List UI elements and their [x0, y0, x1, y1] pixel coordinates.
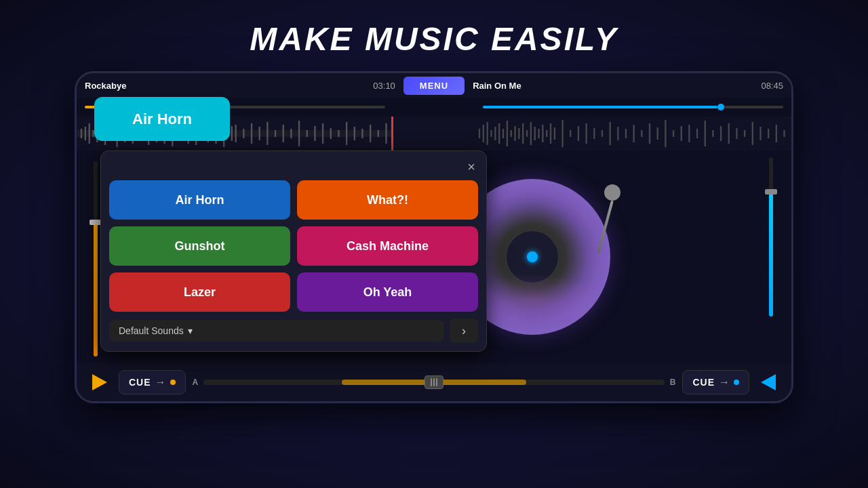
svg-rect-75 [542, 125, 543, 142]
cue-right-button[interactable]: CUE → [682, 370, 749, 394]
svg-rect-88 [633, 125, 635, 142]
tonearm [592, 184, 620, 255]
right-vol-handle[interactable] [765, 189, 777, 195]
svg-rect-38 [231, 126, 233, 141]
svg-rect-78 [554, 127, 555, 140]
sample-lazer-label: Lazer [184, 285, 216, 300]
sample-air-horn-label: Air Horn [176, 193, 224, 207]
svg-rect-97 [705, 121, 706, 146]
svg-rect-94 [681, 126, 682, 141]
svg-rect-95 [688, 125, 690, 142]
right-waveform [475, 117, 791, 150]
svg-rect-45 [283, 125, 284, 142]
cue-left-label: CUE [129, 377, 151, 388]
svg-rect-106 [776, 125, 777, 142]
sample-what-button[interactable]: What?! [297, 180, 478, 220]
svg-rect-105 [768, 129, 769, 138]
right-vol-track[interactable] [769, 157, 773, 317]
svg-rect-100 [728, 123, 730, 144]
right-progress-fill [483, 106, 717, 108]
right-progress[interactable] [475, 98, 791, 117]
cue-left-button[interactable]: CUE → [119, 370, 186, 394]
svg-rect-101 [736, 128, 737, 139]
next-page-button[interactable]: › [450, 319, 478, 343]
svg-rect-84 [601, 130, 603, 137]
svg-rect-72 [530, 122, 532, 145]
air-horn-badge: Air Horn [94, 97, 230, 141]
left-volume-slider[interactable] [93, 161, 98, 357]
device-frame: Rockabye 03:10 MENU Rain On Me 08:45 [75, 71, 793, 403]
svg-rect-91 [657, 127, 658, 140]
default-sounds-button[interactable]: Default Sounds ▾ [109, 320, 444, 342]
sample-gunshot-button[interactable]: Gunshot [109, 226, 290, 266]
sampler-grid: Air Horn What?! Gunshot Cash Machine Laz… [109, 180, 478, 312]
sample-cash-machine-button[interactable]: Cash Machine [297, 226, 478, 266]
svg-rect-90 [649, 123, 650, 144]
svg-rect-42 [259, 127, 260, 140]
right-track-info: Rain On Me 08:45 [465, 81, 791, 91]
svg-rect-52 [338, 130, 339, 137]
left-track-name: Rockabye [85, 81, 126, 91]
play-right-button[interactable] [756, 370, 781, 394]
svg-rect-1 [81, 129, 82, 138]
main-content: Air Horn × Air Horn What?! Gunshot C [77, 150, 791, 363]
crossfader-track[interactable] [203, 380, 665, 385]
sample-lazer-button[interactable]: Lazer [109, 272, 290, 312]
left-vol-fill [94, 220, 98, 357]
left-vol-track[interactable] [94, 161, 98, 357]
svg-rect-47 [298, 121, 300, 146]
svg-rect-87 [625, 129, 627, 138]
svg-rect-70 [522, 123, 524, 144]
svg-rect-103 [752, 122, 753, 145]
cue-right-label: CUE [692, 377, 715, 388]
left-panel: Air Horn × Air Horn What?! Gunshot C [77, 150, 233, 363]
top-bar: Rockabye 03:10 MENU Rain On Me 08:45 [77, 73, 791, 98]
svg-rect-43 [267, 122, 268, 145]
svg-rect-40 [243, 129, 244, 138]
crossfader-handle[interactable] [425, 375, 443, 389]
close-button[interactable]: × [465, 159, 478, 175]
cue-left-dot-icon [170, 380, 176, 385]
menu-spacer [393, 98, 475, 117]
right-track-time: 08:45 [761, 81, 783, 91]
svg-rect-46 [290, 129, 292, 138]
svg-rect-49 [314, 126, 315, 141]
svg-rect-79 [561, 120, 563, 147]
svg-rect-71 [526, 130, 528, 137]
left-track-time: 03:10 [373, 81, 395, 91]
right-vol-fill [769, 189, 773, 317]
svg-rect-67 [511, 130, 512, 137]
svg-rect-89 [641, 130, 642, 137]
disc-center-dot [527, 251, 538, 262]
right-track-name: Rain On Me [473, 81, 521, 91]
svg-rect-57 [378, 130, 379, 137]
svg-rect-64 [498, 123, 500, 144]
left-track-info: Rockabye 03:10 [77, 81, 403, 91]
menu-button[interactable]: MENU [403, 77, 465, 95]
svg-rect-92 [665, 120, 666, 147]
svg-rect-48 [307, 130, 308, 137]
svg-rect-80 [570, 130, 571, 137]
sample-air-horn-button[interactable]: Air Horn [109, 180, 290, 220]
right-progress-dot [717, 104, 724, 110]
svg-rect-85 [609, 122, 610, 145]
right-progress-bar[interactable] [483, 106, 783, 108]
svg-rect-81 [578, 126, 579, 141]
cf-line-3 [436, 378, 437, 386]
svg-rect-59 [479, 129, 480, 138]
svg-rect-62 [490, 130, 492, 137]
play-left-button[interactable] [87, 370, 112, 394]
svg-rect-50 [322, 123, 323, 144]
svg-rect-82 [585, 123, 587, 144]
popup-header: × [109, 159, 478, 175]
svg-rect-99 [720, 126, 722, 141]
right-volume-panel [751, 150, 791, 363]
svg-rect-74 [538, 129, 539, 138]
sample-what-label: What?! [367, 193, 408, 207]
sample-cash-machine-label: Cash Machine [347, 239, 429, 253]
svg-rect-55 [361, 129, 363, 138]
sample-oh-yeah-button[interactable]: Oh Yeah [297, 272, 478, 312]
next-arrow-icon: › [462, 324, 466, 338]
svg-rect-77 [550, 123, 551, 144]
cf-line-2 [433, 378, 435, 386]
